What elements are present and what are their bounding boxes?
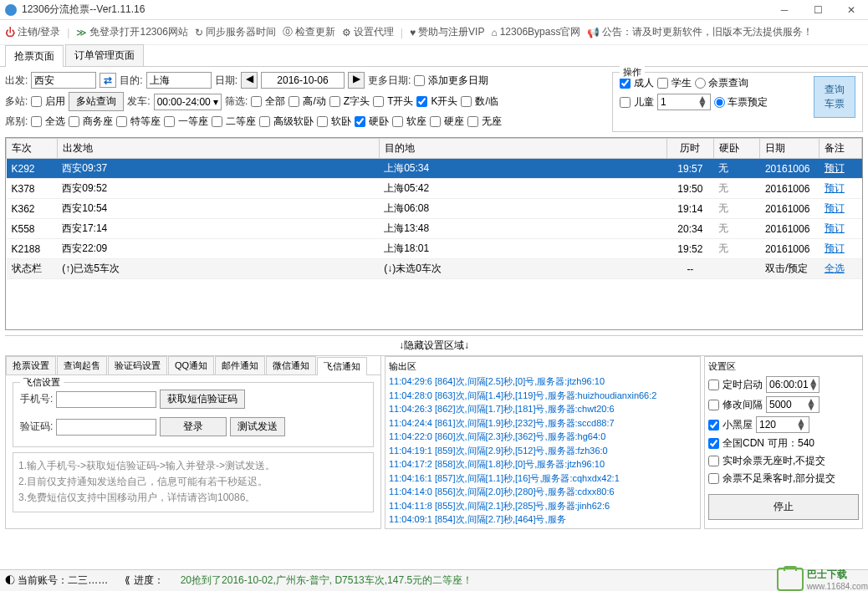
swap-button[interactable]: ⇄ bbox=[100, 73, 116, 88]
tab-orders[interactable]: 订单管理页面 bbox=[65, 44, 144, 66]
output-log: 11:04:29:6 [864]次,间隔[2.5]秒,[0]号,服务器:jtzh… bbox=[389, 374, 697, 525]
date-input[interactable] bbox=[261, 72, 345, 89]
subtab-qq[interactable]: QQ通知 bbox=[168, 356, 214, 374]
app-icon bbox=[5, 4, 17, 16]
interval-checkbox[interactable]: 修改间隔 bbox=[708, 398, 763, 412]
filter-t-checkbox[interactable]: T开头 bbox=[373, 94, 413, 109]
timer-value-spinner[interactable]: 06:00:01▲▼ bbox=[766, 376, 819, 393]
realtime-checkbox[interactable]: 实时余票无座时,不提交 bbox=[708, 454, 825, 468]
insufficient-checkbox[interactable]: 余票不足乘客时,部分提交 bbox=[708, 471, 835, 486]
bypass-site-button[interactable]: ⌂12306Bypass官网 bbox=[491, 25, 580, 39]
select-all-link[interactable]: 全选 bbox=[825, 262, 845, 274]
check-update-button[interactable]: ⓪检查更新 bbox=[283, 25, 335, 39]
minimize-button[interactable]: ─ bbox=[768, 0, 801, 20]
ops-title: 操作 bbox=[620, 66, 645, 79]
filter-z-checkbox[interactable]: Z字头 bbox=[329, 94, 370, 109]
date-next-button[interactable]: ▶ bbox=[348, 72, 365, 89]
seat-label: 席别: bbox=[5, 115, 28, 129]
filter-all-checkbox[interactable]: 全部 bbox=[251, 94, 285, 109]
seat-business-checkbox[interactable]: 商务座 bbox=[69, 115, 113, 129]
seat-soft-sleeper-checkbox[interactable]: 软卧 bbox=[317, 115, 351, 129]
settings-title: 设置区 bbox=[708, 360, 859, 373]
multi-enable-checkbox[interactable]: 启用 bbox=[31, 94, 65, 109]
multi-query-button[interactable]: 多站查询 bbox=[69, 92, 124, 111]
seat-soft-sleeper-adv-checkbox[interactable]: 高级软卧 bbox=[259, 115, 314, 129]
th-train[interactable]: 车次 bbox=[7, 139, 58, 159]
fetion-login-button[interactable]: 登录 bbox=[160, 417, 227, 436]
window-title: 12306分流抢票--Ver1.11.16 bbox=[22, 3, 768, 17]
seat-hard-sleeper-checkbox[interactable]: 硬卧 bbox=[355, 115, 389, 129]
open-site-button[interactable]: ≫免登录打开12306网站 bbox=[76, 25, 187, 39]
seat-all-checkbox[interactable]: 全选 bbox=[31, 115, 65, 129]
test-send-button[interactable]: 测试发送 bbox=[230, 417, 285, 436]
phone-label: 手机号: bbox=[20, 392, 53, 406]
child-count-spinner[interactable]: 1▲▼ bbox=[657, 94, 711, 110]
blacklist-value-spinner[interactable]: 120▲▼ bbox=[756, 416, 809, 433]
query-ticket-button[interactable]: 查询 车票 bbox=[814, 76, 855, 118]
close-button[interactable]: ✕ bbox=[835, 0, 868, 20]
child-checkbox[interactable]: 儿童 bbox=[620, 95, 654, 110]
book-link[interactable]: 预订 bbox=[825, 182, 845, 194]
subtab-wechat[interactable]: 微信通知 bbox=[266, 356, 316, 374]
get-code-button[interactable]: 获取短信验证码 bbox=[160, 390, 245, 409]
stop-button[interactable]: 停止 bbox=[708, 494, 859, 520]
blacklist-checkbox[interactable]: 小黑屋 bbox=[708, 418, 753, 432]
th-note[interactable]: 备注 bbox=[819, 139, 862, 159]
filter-num-checkbox[interactable]: 数/临 bbox=[461, 94, 498, 109]
book-link[interactable]: 预订 bbox=[825, 162, 845, 174]
status-message: 20抢到了2016-10-02,广州东-普宁, D7513车次,147.5元的二… bbox=[181, 573, 472, 588]
table-row[interactable]: K292西安09:37上海05:3419:57无20161006预订 bbox=[7, 159, 862, 179]
filter-gaodong-checkbox[interactable]: 高/动 bbox=[288, 94, 325, 109]
seat-soft-seat-checkbox[interactable]: 软座 bbox=[392, 115, 426, 129]
depart-time-select[interactable]: 00:00-24:00 ▾ bbox=[154, 94, 222, 110]
sync-time-button[interactable]: ↻同步服务器时间 bbox=[195, 25, 276, 39]
book-link[interactable]: 预订 bbox=[825, 222, 845, 234]
set-proxy-button[interactable]: ⚙设置代理 bbox=[342, 25, 394, 39]
th-date[interactable]: 日期 bbox=[760, 139, 819, 159]
seat-no-seat-checkbox[interactable]: 无座 bbox=[467, 115, 502, 129]
tab-grab[interactable]: 抢票页面 bbox=[5, 45, 64, 67]
table-row[interactable]: K2188西安22:09上海18:0119:52无20161006预订 bbox=[7, 239, 862, 259]
table-row[interactable]: K362西安10:54上海06:0819:14无20161006预订 bbox=[7, 199, 862, 219]
add-more-date-checkbox[interactable]: 添加更多日期 bbox=[414, 74, 488, 88]
status-progress-label: ⟪ 进度： bbox=[125, 573, 163, 588]
dest-input[interactable] bbox=[146, 72, 212, 89]
cdn-avail: 可用：540 bbox=[768, 436, 814, 451]
date-prev-button[interactable]: ◀ bbox=[241, 72, 258, 89]
book-link[interactable]: 预订 bbox=[825, 202, 845, 214]
th-depart[interactable]: 出发地 bbox=[57, 139, 379, 159]
student-checkbox[interactable]: 学生 bbox=[657, 76, 692, 90]
sponsor-button[interactable]: ♥赞助与注册VIP bbox=[410, 25, 484, 39]
subtab-captcha[interactable]: 验证码设置 bbox=[108, 356, 167, 374]
subtab-mail[interactable]: 邮件通知 bbox=[215, 356, 265, 374]
subtab-fetion[interactable]: 飞信通知 bbox=[317, 357, 367, 375]
interval-value-spinner[interactable]: 5000▲▼ bbox=[766, 396, 819, 413]
phone-input[interactable] bbox=[56, 391, 156, 408]
seat-hard-seat-checkbox[interactable]: 硬座 bbox=[430, 115, 464, 129]
code-input[interactable] bbox=[56, 419, 156, 436]
th-duration[interactable]: 历时 bbox=[667, 139, 714, 159]
th-dest[interactable]: 目的地 bbox=[379, 139, 666, 159]
dest-label: 目的: bbox=[120, 74, 142, 88]
maximize-button[interactable]: ☐ bbox=[801, 0, 835, 20]
table-row[interactable]: K378西安09:52上海05:4219:50无20161006预订 bbox=[7, 179, 862, 199]
filter-label: 筛选: bbox=[225, 94, 248, 109]
cdn-checkbox[interactable]: 全国CDN bbox=[708, 436, 764, 451]
remain-query-radio[interactable]: 余票查询 bbox=[695, 76, 748, 90]
more-date-label: 更多日期: bbox=[368, 74, 411, 88]
depart-input[interactable] bbox=[31, 72, 96, 89]
th-seat[interactable]: 硬卧 bbox=[713, 139, 760, 159]
toggle-settings-button[interactable]: ↓隐藏设置区域↓ bbox=[5, 335, 863, 356]
subtab-grab-setting[interactable]: 抢票设置 bbox=[6, 356, 56, 374]
filter-k-checkbox[interactable]: K开头 bbox=[416, 94, 457, 109]
logout-login-button[interactable]: ⏻注销/登录 bbox=[5, 25, 60, 39]
ticket-book-radio[interactable]: 车票预定 bbox=[714, 95, 768, 110]
seat-special-checkbox[interactable]: 特等座 bbox=[116, 115, 161, 129]
subtab-query-start[interactable]: 查询起售 bbox=[57, 356, 107, 374]
timer-start-checkbox[interactable]: 定时启动 bbox=[708, 378, 763, 392]
table-row[interactable]: K558西安17:14上海13:4820:34无20161006预订 bbox=[7, 219, 862, 239]
book-link[interactable]: 预订 bbox=[825, 242, 845, 254]
seat-second-checkbox[interactable]: 二等座 bbox=[212, 115, 256, 129]
status-action: 双击/预定 bbox=[760, 259, 819, 279]
seat-first-checkbox[interactable]: 一等座 bbox=[164, 115, 208, 129]
